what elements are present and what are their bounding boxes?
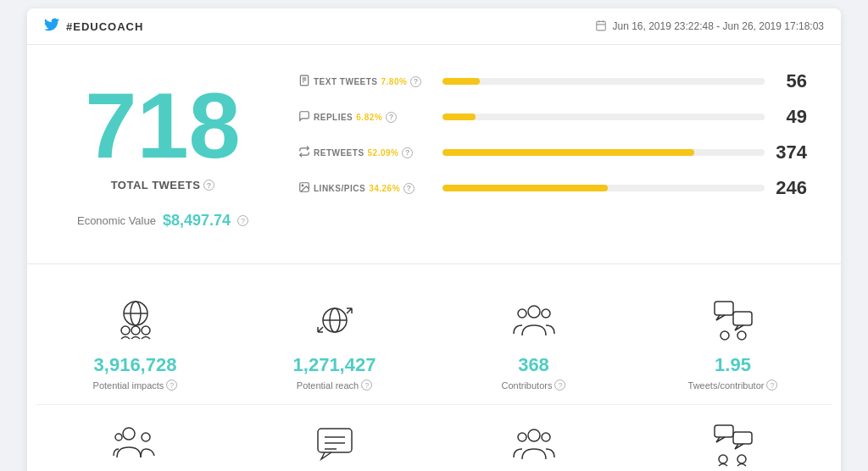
stat-help-0[interactable]: ? (166, 380, 177, 391)
tweet-type-label: REPLIES 6.82% ? (298, 110, 434, 124)
stat-card-3: 1.95 Tweets/contributor ? (633, 281, 832, 404)
twitter-icon (44, 17, 59, 36)
svg-point-28 (115, 434, 122, 441)
hashtag-title: #EDUCOACH (66, 20, 143, 33)
total-tweets-help[interactable]: ? (203, 180, 214, 191)
total-tweets-count: 718 (85, 79, 241, 172)
tweet-type-value-2: 374 (773, 141, 807, 163)
svg-point-20 (518, 309, 526, 318)
svg-point-21 (542, 309, 550, 318)
tweet-type-row-1: REPLIES 6.82% ? 49 (298, 106, 807, 128)
date-range-text: Jun 16, 2019 23:22:48 - Jun 26, 2019 17:… (612, 20, 824, 32)
tweet-type-label: TEXT TWEETS 7.80% ? (298, 75, 434, 88)
stats-grid: 3,916,728 Potential impacts ? 1,271,427 … (27, 264, 841, 471)
svg-point-15 (142, 326, 150, 335)
svg-point-34 (518, 433, 526, 441)
stat-icon-7 (708, 418, 759, 469)
stat-icon-1 (309, 295, 360, 346)
tweet-type-row-0: TEXT TWEETS 7.80% ? 56 (298, 70, 807, 92)
svg-point-14 (131, 326, 140, 335)
tweet-type-bar-fill-3 (442, 185, 608, 191)
svg-point-35 (542, 433, 550, 441)
tweet-type-icon-2 (298, 146, 310, 159)
header-left: #EDUCOACH (44, 17, 143, 36)
svg-point-13 (121, 326, 130, 335)
main-content: 718 TOTAL TWEETS ? Economic Value $8,497… (27, 45, 841, 264)
stat-card-label-0: Potential impacts ? (93, 380, 178, 391)
economic-value-label: Economic Value (77, 214, 156, 227)
svg-point-39 (737, 455, 746, 463)
stat-card-value-3: 1.95 (715, 354, 751, 376)
right-panel: TEXT TWEETS 7.80% ? 56 REPLIES 6.82% ? 4… (281, 62, 824, 247)
economic-value-help[interactable]: ? (237, 215, 248, 226)
header: #EDUCOACH Jun 16, 2019 23:22:48 - Jun 26… (27, 8, 841, 45)
tweet-type-bar-3 (442, 185, 765, 191)
svg-rect-22 (715, 302, 733, 315)
svg-rect-37 (733, 432, 752, 444)
stat-card-label-1: Potential reach ? (297, 380, 372, 391)
dashboard: #EDUCOACH Jun 16, 2019 23:22:48 - Jun 26… (27, 8, 841, 471)
economic-value-row: Economic Value $8,497.74 ? (77, 212, 248, 230)
total-tweets-label: TOTAL TWEETS ? (111, 179, 215, 191)
tweet-type-label: LINKS/PICS 34.26% ? (298, 181, 434, 195)
tweet-type-bar-fill-0 (442, 78, 480, 85)
svg-point-27 (142, 433, 150, 441)
tweet-type-label: RETWEETS 52.09% ? (298, 146, 434, 159)
stat-card-0: 3,916,728 Potential impacts ? (36, 281, 235, 404)
stat-card-label-3: Tweets/contributor ? (688, 380, 778, 391)
tweet-type-row-2: RETWEETS 52.09% ? 374 (298, 141, 807, 163)
tweet-type-help-3[interactable]: ? (403, 183, 415, 194)
tweet-type-help-2[interactable]: ? (402, 147, 413, 158)
stat-help-2[interactable]: ? (554, 380, 565, 391)
tweet-type-value-3: 246 (773, 177, 807, 199)
tweet-type-icon-3 (298, 181, 310, 195)
svg-point-24 (721, 331, 729, 340)
stat-icon-2 (509, 295, 559, 346)
svg-point-33 (528, 429, 540, 441)
stat-card-1: 1,271,427 Potential reach ? (235, 281, 434, 404)
stat-icon-5 (309, 418, 360, 469)
stat-card-5: 344 Original tweets ? (235, 405, 434, 471)
tweet-type-bar-1 (442, 114, 765, 120)
stat-help-3[interactable]: ? (766, 380, 777, 391)
stat-card-6: 107 Original contributors ? (434, 405, 633, 471)
stat-icon-0 (110, 295, 161, 346)
svg-rect-0 (597, 21, 606, 30)
tweet-type-help-1[interactable]: ? (386, 112, 397, 123)
tweet-type-bar-fill-2 (442, 149, 694, 156)
tweet-type-icon-0 (298, 75, 310, 88)
tweet-type-bar-fill-1 (442, 114, 476, 120)
stat-icon-6 (509, 418, 559, 469)
stat-help-1[interactable]: ? (361, 380, 372, 391)
stat-card-7: 3.21 Original tweets/contributors ? (633, 405, 832, 471)
tweet-type-bar-2 (442, 149, 765, 156)
svg-point-19 (528, 306, 540, 318)
stat-card-value-1: 1,271,427 (293, 354, 376, 376)
stat-card-value-0: 3,916,728 (94, 354, 177, 376)
tweet-type-value-0: 56 (773, 70, 807, 92)
svg-point-25 (737, 331, 746, 340)
stat-icon-4 (110, 418, 161, 469)
svg-rect-36 (715, 425, 733, 437)
stat-card-4: 3,454.96 Followers/contributor ? (36, 405, 235, 471)
tweet-type-value-1: 49 (773, 106, 807, 128)
stat-icon-3 (708, 295, 759, 346)
stat-card-value-2: 368 (518, 354, 549, 376)
tweet-type-icon-1 (298, 110, 310, 124)
svg-point-9 (302, 185, 303, 186)
stat-card-2: 368 Contributors ? (434, 281, 633, 404)
calendar-icon (595, 19, 607, 34)
tweet-type-row-3: LINKS/PICS 34.26% ? 246 (298, 177, 807, 199)
economic-value-amount: $8,497.74 (163, 212, 231, 230)
date-range: Jun 16, 2019 23:22:48 - Jun 26, 2019 17:… (595, 19, 824, 34)
tweet-type-help-0[interactable]: ? (410, 76, 421, 87)
stat-card-label-2: Contributors ? (502, 380, 566, 391)
svg-point-26 (123, 428, 135, 440)
left-panel: 718 TOTAL TWEETS ? Economic Value $8,497… (44, 62, 281, 247)
tweet-type-bar-0 (442, 78, 765, 85)
svg-rect-23 (733, 312, 752, 325)
svg-point-38 (719, 455, 727, 463)
